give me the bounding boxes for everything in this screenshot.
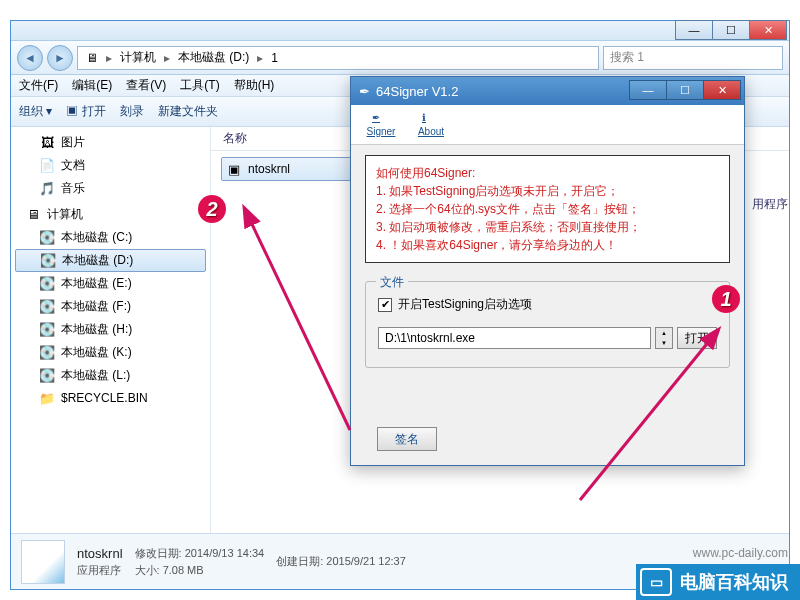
open-button[interactable]: ▣ 打开 <box>66 103 105 120</box>
signer-tabs: ✒Signer ℹAbout <box>351 105 744 145</box>
drive-icon: 💽 <box>39 368 55 384</box>
minimize-button[interactable]: — <box>675 20 713 40</box>
file-group: 文件 ✔ 开启TestSigning启动选项 D:\1\ntoskrnl.exe… <box>365 281 730 368</box>
documents-icon: 📄 <box>39 158 55 174</box>
burn-button[interactable]: 刻录 <box>120 103 144 120</box>
path-input[interactable]: D:\1\ntoskrnl.exe <box>378 327 651 349</box>
sidebar-drive-c[interactable]: 💽本地磁盘 (C:) <box>11 226 210 249</box>
menu-tools[interactable]: 工具(T) <box>180 77 219 94</box>
organize-button[interactable]: 组织 ▾ <box>19 103 52 120</box>
maximize-button[interactable]: ☐ <box>712 20 750 40</box>
close-button[interactable]: ✕ <box>749 20 787 40</box>
search-input[interactable]: 搜索 1 <box>603 46 783 70</box>
checkbox-icon: ✔ <box>378 298 392 312</box>
folder-icon: 📁 <box>39 390 55 406</box>
menu-edit[interactable]: 编辑(E) <box>72 77 112 94</box>
watermark-url: www.pc-daily.com <box>693 546 788 560</box>
explorer-titlebar: — ☐ ✕ <box>11 21 789 41</box>
signer-window: ✒ 64Signer V1.2 — ☐ ✕ ✒Signer ℹAbout 如何使… <box>350 76 745 466</box>
new-folder-button[interactable]: 新建文件夹 <box>158 103 218 120</box>
pen-icon: ✒ <box>359 84 370 99</box>
sidebar-drive-d[interactable]: 💽本地磁盘 (D:) <box>15 249 206 272</box>
sidebar-recycle[interactable]: 📁$RECYCLE.BIN <box>11 387 210 409</box>
truncated-column: 用程序 <box>752 196 788 213</box>
signer-minimize[interactable]: — <box>629 80 667 100</box>
signer-close[interactable]: ✕ <box>703 80 741 100</box>
sidebar-item-documents[interactable]: 📄文档 <box>11 154 210 177</box>
drive-icon: 💽 <box>39 322 55 338</box>
breadcrumb-folder[interactable]: 1 <box>265 49 284 67</box>
drive-icon: 💽 <box>39 299 55 315</box>
sidebar-drive-h[interactable]: 💽本地磁盘 (H:) <box>11 318 210 341</box>
info-icon: ℹ <box>422 112 440 126</box>
menu-help[interactable]: 帮助(H) <box>234 77 275 94</box>
sidebar-drive-l[interactable]: 💽本地磁盘 (L:) <box>11 364 210 387</box>
sidebar-drive-k[interactable]: 💽本地磁盘 (K:) <box>11 341 210 364</box>
annotation-2: 2 <box>198 195 226 223</box>
monitor-icon: ▭ <box>640 568 672 596</box>
explorer-nav: ◄ ► 🖥 ▸ 计算机 ▸ 本地磁盘 (D:) ▸ 1 搜索 1 <box>11 41 789 75</box>
tab-about[interactable]: ℹAbout <box>407 109 455 144</box>
help-text: 如何使用64Signer: 1. 如果TestSigning启动选项未开启，开启… <box>365 155 730 263</box>
watermark: ▭ 电脑百科知识 <box>636 564 800 600</box>
sidebar-drive-e[interactable]: 💽本地磁盘 (E:) <box>11 272 210 295</box>
signer-maximize[interactable]: ☐ <box>666 80 704 100</box>
drive-icon: 💽 <box>39 345 55 361</box>
path-spinner[interactable]: ▲▼ <box>655 327 673 349</box>
sidebar-drive-f[interactable]: 💽本地磁盘 (F:) <box>11 295 210 318</box>
annotation-1: 1 <box>712 285 740 313</box>
computer-icon: 🖥 <box>25 207 41 223</box>
address-bar[interactable]: 🖥 ▸ 计算机 ▸ 本地磁盘 (D:) ▸ 1 <box>77 46 599 70</box>
sidebar-item-pictures[interactable]: 🖼图片 <box>11 131 210 154</box>
forward-button[interactable]: ► <box>47 45 73 71</box>
sign-button[interactable]: 签名 <box>377 427 437 451</box>
tab-signer[interactable]: ✒Signer <box>357 109 405 144</box>
drive-icon: 💽 <box>39 276 55 292</box>
music-icon: 🎵 <box>39 181 55 197</box>
sidebar-group-computer[interactable]: 🖥计算机 <box>11 200 210 226</box>
back-button[interactable]: ◄ <box>17 45 43 71</box>
computer-icon: 🖥 <box>80 49 104 67</box>
breadcrumb-computer[interactable]: 计算机 <box>114 47 162 68</box>
search-placeholder: 搜索 1 <box>610 49 644 66</box>
breadcrumb-drive[interactable]: 本地磁盘 (D:) <box>172 47 255 68</box>
open-file-button[interactable]: 打开 <box>677 327 717 349</box>
status-filename: ntoskrnl <box>77 546 123 561</box>
file-group-label: 文件 <box>376 274 408 291</box>
sidebar: 🖼图片 📄文档 🎵音乐 🖥计算机 💽本地磁盘 (C:) 💽本地磁盘 (D:) 💽… <box>11 127 211 537</box>
file-name: ntoskrnl <box>248 162 290 176</box>
pictures-icon: 🖼 <box>39 135 55 151</box>
testsigning-checkbox[interactable]: ✔ 开启TestSigning启动选项 <box>378 296 717 313</box>
exe-icon: ▣ <box>226 161 242 177</box>
drive-icon: 💽 <box>40 253 56 269</box>
drive-icon: 💽 <box>39 230 55 246</box>
menu-view[interactable]: 查看(V) <box>126 77 166 94</box>
signer-title: 64Signer V1.2 <box>376 84 458 99</box>
file-item-ntoskrnl[interactable]: ▣ ntoskrnl <box>221 157 361 181</box>
menu-file[interactable]: 文件(F) <box>19 77 58 94</box>
sidebar-item-music[interactable]: 🎵音乐 <box>11 177 210 200</box>
signer-titlebar[interactable]: ✒ 64Signer V1.2 — ☐ ✕ <box>351 77 744 105</box>
file-thumbnail <box>21 540 65 584</box>
pen-icon: ✒ <box>372 112 390 126</box>
status-filetype: 应用程序 <box>77 563 123 578</box>
